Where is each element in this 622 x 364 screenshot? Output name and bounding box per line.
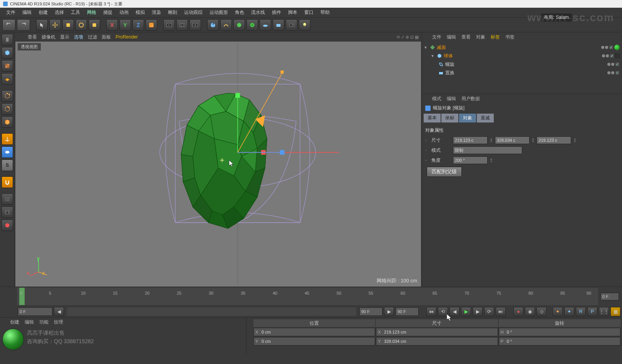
tab-object[interactable]: 对象 bbox=[459, 114, 476, 122]
size-x-input[interactable]: X219.123 cm bbox=[376, 328, 498, 336]
om-menu-file[interactable]: 文件 bbox=[432, 34, 441, 40]
material-tag-icon[interactable] bbox=[614, 45, 620, 50]
om-menu-bookmarks[interactable]: 书签 bbox=[505, 34, 515, 40]
coord-system-button[interactable] bbox=[146, 19, 157, 31]
goto-start-button[interactable]: ⏮ bbox=[426, 307, 436, 316]
am-menu-edit[interactable]: 编辑 bbox=[447, 96, 456, 102]
workplane-button[interactable] bbox=[2, 73, 13, 85]
mm-menu-texture[interactable]: 纹理 bbox=[54, 319, 63, 325]
point-mode-button[interactable] bbox=[2, 90, 13, 102]
mm-menu-create[interactable]: 创建 bbox=[10, 319, 19, 325]
vp-menu-filter[interactable]: 过滤 bbox=[88, 34, 97, 40]
range-prev-button[interactable]: ◀ bbox=[54, 307, 64, 316]
viewport[interactable]: 透视视图 bbox=[15, 42, 421, 287]
size-y-input[interactable]: 328.034 c bbox=[495, 136, 530, 144]
axis-z-toggle[interactable]: Z bbox=[132, 19, 144, 31]
om-menu-view[interactable]: 查看 bbox=[461, 34, 471, 40]
tree-item-twist[interactable]: 螺旋 ✓ bbox=[424, 60, 620, 69]
model-mode-button[interactable] bbox=[2, 47, 13, 59]
menu-sim[interactable]: 模拟 bbox=[132, 8, 148, 17]
spline-button[interactable] bbox=[220, 19, 232, 31]
render-region-button[interactable] bbox=[176, 19, 188, 31]
camera-add-button[interactable] bbox=[286, 19, 297, 31]
rotate-tool[interactable] bbox=[75, 19, 87, 31]
key-all-button[interactable]: ▦ bbox=[610, 307, 620, 316]
range-next-button[interactable]: ▶ bbox=[384, 307, 394, 316]
fit-to-parent-button[interactable]: 匹配到父级 bbox=[427, 167, 462, 177]
axis-x-toggle[interactable]: X bbox=[106, 19, 118, 31]
am-menu-mode[interactable]: 模式 bbox=[432, 96, 441, 102]
menu-pipeline[interactable]: 流水线 bbox=[248, 8, 268, 17]
menu-file[interactable]: 文件 bbox=[3, 8, 18, 17]
tab-basic[interactable]: 基本 bbox=[424, 114, 441, 122]
polygon-mode-button[interactable] bbox=[2, 116, 13, 128]
edge-mode-button[interactable] bbox=[2, 103, 13, 115]
prev-key-button[interactable]: ⟲ bbox=[438, 307, 448, 316]
tab-falloff[interactable]: 衰减 bbox=[477, 114, 494, 122]
mode-select[interactable]: 限制 bbox=[453, 146, 522, 154]
menu-sculpt[interactable]: 雕刻 bbox=[165, 8, 180, 17]
timeline-end-input[interactable] bbox=[600, 293, 619, 300]
autokey-button[interactable]: ◉ bbox=[525, 307, 535, 316]
menu-script[interactable]: 脚本 bbox=[285, 8, 300, 17]
axis-mode-button[interactable] bbox=[2, 133, 13, 145]
menu-snap[interactable]: 捕捉 bbox=[100, 8, 116, 17]
next-key-button[interactable]: ⟳ bbox=[484, 307, 494, 316]
am-menu-userdata[interactable]: 用户数据 bbox=[461, 96, 480, 102]
menu-plugins[interactable]: 插件 bbox=[269, 8, 284, 17]
viewport-nav-icons[interactable]: ⟲ ⤢ ⊕ ⊡ ▦ bbox=[396, 35, 419, 40]
lasttool-button[interactable] bbox=[89, 19, 100, 31]
pos-y-input[interactable]: Y0 cm bbox=[253, 337, 375, 346]
size-y-input[interactable]: Y328.034 cm bbox=[376, 337, 498, 346]
goto-end-button[interactable]: ⏭ bbox=[496, 307, 506, 316]
deformer-button[interactable] bbox=[246, 19, 258, 31]
menu-character[interactable]: 角色 bbox=[232, 8, 247, 17]
texture-mode-button[interactable] bbox=[2, 60, 13, 72]
menu-tools[interactable]: 工具 bbox=[68, 8, 83, 17]
key-scale-button[interactable]: ✦ bbox=[564, 307, 574, 316]
axis-y-toggle[interactable]: Y bbox=[119, 19, 131, 31]
light-button[interactable] bbox=[299, 19, 310, 31]
record-button[interactable]: ● bbox=[513, 307, 523, 316]
playhead[interactable] bbox=[19, 288, 25, 305]
tree-item-reduce[interactable]: ▾ 减面 ✓ bbox=[424, 43, 620, 52]
om-menu-tags[interactable]: 标签 bbox=[491, 34, 500, 40]
timeline-ruler[interactable]: 0 5 10 15 20 25 30 35 40 45 50 55 60 65 … bbox=[17, 288, 598, 305]
render-button[interactable] bbox=[163, 19, 175, 31]
move-tool[interactable] bbox=[49, 19, 61, 31]
render-settings-button[interactable] bbox=[189, 19, 201, 31]
vp-menu-display[interactable]: 显示 bbox=[60, 34, 69, 40]
workplane2-button[interactable] bbox=[2, 193, 13, 205]
mm-menu-function[interactable]: 功能 bbox=[39, 319, 49, 325]
viewport-solo-button[interactable] bbox=[2, 220, 13, 231]
prev-frame-button[interactable]: ◀ bbox=[449, 307, 459, 316]
environment-button[interactable] bbox=[260, 19, 271, 31]
select-tool[interactable] bbox=[36, 19, 48, 31]
play-button[interactable]: ▶ bbox=[461, 307, 471, 316]
undo-button[interactable] bbox=[2, 19, 15, 31]
primitive-button[interactable] bbox=[207, 19, 219, 31]
angle-input[interactable]: 200 ° bbox=[453, 156, 488, 164]
object-tree[interactable]: ▾ 减面 ✓ ▾ 球体 ✓ 螺旋 ✓ bbox=[422, 42, 622, 79]
tree-item-sphere[interactable]: ▾ 球体 ✓ bbox=[424, 52, 620, 60]
locked-workplane-button[interactable] bbox=[2, 206, 13, 218]
key-pla-button[interactable]: ⋮⋮ bbox=[599, 307, 609, 316]
scale-tool[interactable] bbox=[62, 19, 74, 31]
next-frame-button[interactable]: ▶ bbox=[473, 307, 483, 316]
menu-select[interactable]: 选择 bbox=[52, 8, 67, 17]
current-frame-input[interactable] bbox=[396, 307, 419, 316]
size-x-input[interactable]: 219.123 c bbox=[453, 136, 488, 144]
keyframe-sel-button[interactable]: ◇ bbox=[536, 307, 547, 316]
vp-menu-options[interactable]: 选项 bbox=[74, 34, 83, 40]
menu-motiontrack[interactable]: 运动跟踪 bbox=[181, 8, 206, 17]
range-end-input[interactable] bbox=[359, 307, 382, 316]
menu-help[interactable]: 帮助 bbox=[317, 8, 333, 17]
menu-mograph[interactable]: 运动图形 bbox=[206, 8, 231, 17]
menu-render[interactable]: 渲染 bbox=[149, 8, 164, 17]
material-thumbnail[interactable] bbox=[2, 329, 24, 350]
menu-anim[interactable]: 动画 bbox=[116, 8, 132, 17]
magnet-button[interactable] bbox=[2, 176, 13, 188]
tweak-mode-button[interactable] bbox=[2, 146, 13, 158]
menu-create[interactable]: 创建 bbox=[35, 8, 51, 17]
vp-menu-camera[interactable]: 摄像机 bbox=[42, 34, 55, 40]
